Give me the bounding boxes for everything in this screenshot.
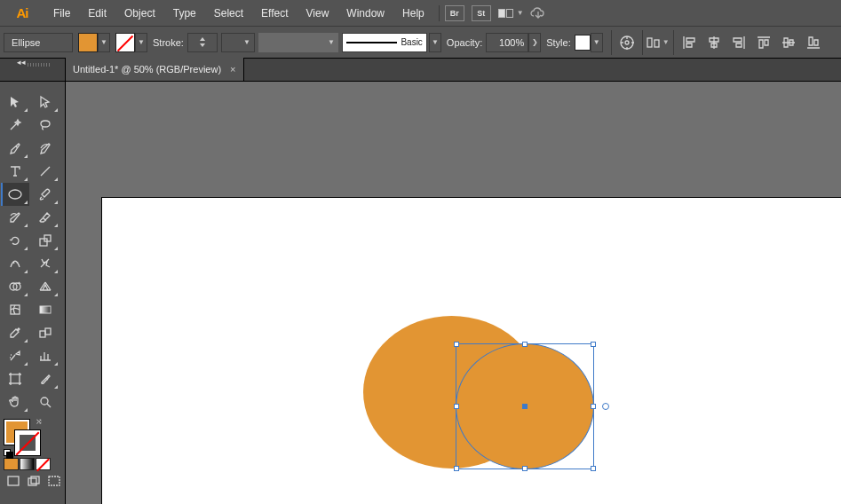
free-transform-tool[interactable]	[31, 252, 60, 275]
draw-inside-button[interactable]	[44, 473, 64, 489]
artboard[interactable]	[102, 198, 841, 504]
menu-select[interactable]: Select	[205, 0, 252, 27]
align-bottom-button[interactable]	[802, 31, 825, 54]
selection-bounding-box[interactable]	[456, 343, 594, 469]
color-mode-row	[4, 458, 65, 470]
shape-builder-tool[interactable]	[1, 275, 29, 298]
scale-tool[interactable]	[31, 229, 60, 252]
rotate-tool[interactable]	[1, 229, 29, 252]
artboard-tool[interactable]	[1, 367, 29, 390]
svg-rect-15	[8, 476, 19, 485]
align-center-v-button[interactable]	[777, 31, 800, 54]
resize-handle-ne[interactable]	[591, 342, 596, 347]
color-mode-none[interactable]	[36, 458, 51, 470]
stroke-swatch[interactable]	[115, 33, 135, 52]
perspective-grid-tool[interactable]	[31, 275, 60, 298]
graphic-style-dropdown[interactable]: ▼	[591, 33, 603, 52]
draw-normal-button[interactable]	[4, 473, 23, 489]
arrange-documents-button[interactable]: ▼	[498, 9, 524, 18]
stroke-color-box[interactable]	[14, 429, 41, 456]
slice-tool[interactable]	[31, 367, 60, 390]
pie-widget-handle[interactable]	[602, 403, 609, 410]
stroke-weight-dropdown[interactable]: ▼	[221, 33, 255, 52]
collapse-icon: ◂◂	[15, 58, 28, 67]
grip-icon	[28, 63, 51, 67]
hand-tool[interactable]	[1, 390, 29, 413]
color-mode-gradient[interactable]	[20, 458, 35, 470]
align-panel-button[interactable]: ▼	[647, 31, 670, 54]
align-right-button[interactable]	[727, 31, 750, 54]
paintbrush-tool[interactable]	[31, 183, 60, 206]
line-segment-tool[interactable]	[31, 160, 60, 183]
document-tab[interactable]: Untitled-1* @ 50% (RGB/Preview) ×	[66, 58, 244, 81]
stroke-weight-stepper[interactable]	[187, 33, 218, 52]
svg-point-1	[625, 41, 629, 44]
stroke-dropdown[interactable]: ▼	[135, 33, 147, 52]
color-mode-solid[interactable]	[4, 458, 19, 470]
brush-dropdown[interactable]: ▼	[429, 33, 441, 52]
workspace[interactable]	[66, 82, 841, 504]
resize-handle-se[interactable]	[591, 466, 596, 471]
variable-width-profile[interactable]: ▼	[258, 33, 338, 52]
draw-behind-button[interactable]	[24, 473, 44, 489]
lasso-tool[interactable]	[31, 114, 60, 137]
align-center-h-button[interactable]	[702, 31, 726, 54]
control-separator	[673, 30, 674, 55]
menu-effect[interactable]: Effect	[252, 0, 297, 27]
document-close-button[interactable]: ×	[230, 64, 235, 75]
control-bar: Ellipse ▼ ▼ Stroke: ▼ ▼ Basic ▼ Opacity:…	[0, 27, 841, 59]
shaper-tool[interactable]	[1, 206, 29, 229]
bridge-button[interactable]: Br	[445, 5, 464, 21]
menu-file[interactable]: File	[44, 0, 79, 27]
blend-tool[interactable]	[31, 321, 60, 344]
resize-handle-w[interactable]	[454, 404, 459, 409]
opacity-value[interactable]: 100%	[486, 33, 528, 52]
style-label: Style:	[546, 37, 571, 48]
opacity-dropdown[interactable]: ❯	[528, 33, 541, 52]
resize-handle-nw[interactable]	[454, 342, 459, 347]
fill-swatch[interactable]	[78, 33, 98, 52]
control-separator	[611, 30, 612, 55]
stock-button[interactable]: St	[472, 5, 491, 21]
align-left-button[interactable]	[678, 31, 701, 54]
fill-dropdown[interactable]: ▼	[98, 33, 110, 52]
fill-stroke-control[interactable]: ⤭	[4, 419, 41, 456]
pen-tool[interactable]	[1, 137, 29, 160]
brush-definition[interactable]: Basic	[342, 33, 427, 52]
align-top-button[interactable]	[752, 31, 775, 54]
width-tool[interactable]	[1, 252, 29, 275]
resize-handle-sw[interactable]	[454, 466, 459, 471]
svg-rect-5	[40, 239, 47, 246]
ellipse-tool[interactable]	[1, 183, 29, 206]
selected-object-type[interactable]: Ellipse	[4, 33, 73, 52]
resize-handle-n[interactable]	[522, 342, 528, 347]
tools-panel-header[interactable]: ◂◂	[0, 58, 66, 81]
eyedropper-tool[interactable]	[1, 321, 29, 344]
selection-tool[interactable]	[1, 91, 29, 114]
resize-handle-s[interactable]	[522, 466, 528, 471]
svg-rect-11	[40, 331, 45, 337]
default-fill-stroke-icon[interactable]	[4, 449, 12, 458]
symbol-sprayer-tool[interactable]	[1, 344, 29, 367]
column-graph-tool[interactable]	[31, 344, 60, 367]
eraser-tool[interactable]	[31, 206, 60, 229]
mesh-tool[interactable]	[1, 298, 29, 321]
center-point-icon[interactable]	[522, 404, 528, 409]
graphic-style-swatch[interactable]	[575, 35, 591, 51]
menu-window[interactable]: Window	[337, 0, 393, 27]
resize-handle-e[interactable]	[591, 404, 596, 409]
curvature-tool[interactable]	[31, 137, 60, 160]
zoom-tool[interactable]	[31, 390, 60, 413]
recolor-artwork-button[interactable]	[615, 31, 639, 54]
menu-help[interactable]: Help	[393, 0, 433, 27]
direct-selection-tool[interactable]	[31, 91, 60, 114]
menu-edit[interactable]: Edit	[79, 0, 115, 27]
type-tool[interactable]	[1, 160, 29, 183]
menu-view[interactable]: View	[298, 0, 338, 27]
menu-type[interactable]: Type	[164, 0, 205, 27]
menu-object[interactable]: Object	[115, 0, 164, 27]
swap-fill-stroke-icon[interactable]: ⤭	[36, 417, 43, 426]
gradient-tool[interactable]	[31, 298, 60, 321]
magic-wand-tool[interactable]	[1, 114, 29, 137]
sync-settings-icon[interactable]	[529, 6, 549, 20]
